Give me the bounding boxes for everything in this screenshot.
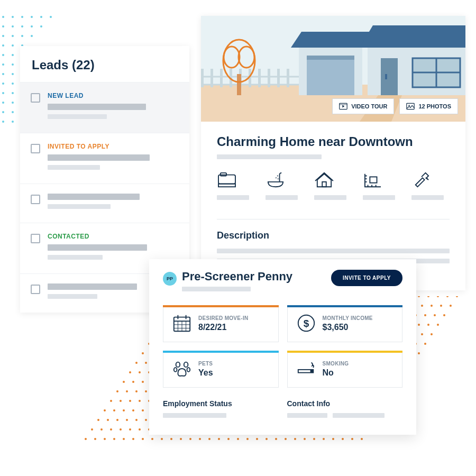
svg-point-14 <box>31 35 33 37</box>
svg-point-8 <box>21 25 23 28</box>
svg-rect-527 <box>287 69 289 87</box>
svg-point-29 <box>12 102 14 104</box>
lead-checkbox[interactable] <box>31 93 40 103</box>
info-move-in: DESIRED MOVE-IN 8/22/21 <box>163 305 279 342</box>
svg-point-60 <box>427 296 429 297</box>
lead-row-invited[interactable]: INVITED TO APPLY <box>20 133 189 184</box>
svg-point-304 <box>123 381 125 383</box>
bath-icon <box>266 172 286 189</box>
svg-point-15 <box>2 44 4 47</box>
employment-label: Employment Status <box>163 399 279 408</box>
svg-point-18 <box>2 54 4 56</box>
svg-point-513 <box>361 438 363 440</box>
svg-point-12 <box>12 35 14 37</box>
svg-point-485 <box>94 438 96 440</box>
svg-point-31 <box>12 111 14 113</box>
svg-point-25 <box>12 83 14 85</box>
lead-name: Pre-Screener Penny <box>182 270 326 283</box>
svg-point-428 <box>135 419 138 421</box>
svg-point-275 <box>139 371 141 373</box>
contact-label: Contact Info <box>287 399 403 408</box>
svg-rect-534 <box>307 56 354 95</box>
lead-row[interactable] <box>20 184 189 223</box>
svg-point-62 <box>446 296 448 297</box>
lead-status-contacted: CONTACTED <box>48 233 179 240</box>
svg-point-490 <box>142 438 144 440</box>
lead-row-new[interactable]: NEW LEAD <box>20 82 189 133</box>
info-income: $ MONTHLY INCOME $3,650 <box>287 305 403 342</box>
lead-detail-card: PP Pre-Screener Penny INVITE TO APPLY DE… <box>149 259 416 435</box>
invite-to-apply-button[interactable]: INVITE TO APPLY <box>331 270 402 286</box>
svg-point-153 <box>437 324 439 326</box>
svg-text:$: $ <box>303 318 309 329</box>
svg-point-1 <box>12 16 14 18</box>
svg-point-2 <box>21 16 23 18</box>
svg-point-182 <box>421 333 423 335</box>
svg-point-455 <box>100 428 103 431</box>
svg-rect-518 <box>201 69 204 87</box>
video-icon <box>339 103 347 110</box>
svg-point-214 <box>142 352 144 354</box>
listing-title: Charming Home near Downtown <box>217 134 450 149</box>
svg-point-21 <box>12 63 14 66</box>
ruler-icon <box>363 172 383 189</box>
svg-rect-525 <box>268 69 270 87</box>
svg-point-496 <box>199 438 201 440</box>
svg-point-500 <box>237 438 239 440</box>
svg-point-24 <box>2 83 4 85</box>
svg-point-497 <box>208 438 210 440</box>
svg-point-429 <box>145 419 147 421</box>
svg-point-6 <box>2 25 4 28</box>
svg-point-305 <box>132 381 134 383</box>
svg-point-395 <box>113 409 115 411</box>
svg-point-33 <box>12 121 14 123</box>
svg-point-427 <box>126 419 128 421</box>
svg-point-554 <box>276 177 277 178</box>
svg-rect-526 <box>277 69 280 87</box>
svg-point-22 <box>2 73 4 75</box>
svg-point-503 <box>266 438 268 440</box>
svg-point-337 <box>145 390 147 392</box>
svg-point-511 <box>342 438 344 440</box>
svg-point-495 <box>189 438 191 440</box>
svg-rect-520 <box>220 69 223 87</box>
svg-point-26 <box>2 92 4 94</box>
leads-title: Leads (22) <box>20 46 189 82</box>
svg-point-426 <box>116 419 118 421</box>
svg-point-457 <box>120 428 122 431</box>
lead-checkbox[interactable] <box>31 144 40 153</box>
svg-point-244 <box>135 362 138 364</box>
lead-checkbox[interactable] <box>31 285 40 294</box>
svg-point-0 <box>2 16 4 18</box>
svg-point-27 <box>12 92 14 94</box>
listing-panel: VIDEO TOUR 12 PHOTOS Charming Home near … <box>201 16 465 290</box>
svg-marker-546 <box>343 105 345 108</box>
svg-point-122 <box>434 314 436 316</box>
svg-point-61 <box>437 296 439 297</box>
svg-rect-539 <box>385 74 387 79</box>
lead-status-new: NEW LEAD <box>48 92 179 99</box>
feature-type <box>314 172 352 204</box>
lead-status-invited: INVITED TO APPLY <box>48 143 179 150</box>
svg-rect-519 <box>210 69 213 87</box>
svg-point-365 <box>120 400 122 402</box>
svg-point-152 <box>427 324 429 326</box>
lead-checkbox[interactable] <box>31 234 40 243</box>
svg-rect-556 <box>322 182 326 187</box>
svg-rect-538 <box>381 58 398 95</box>
svg-point-364 <box>110 400 112 402</box>
svg-point-501 <box>246 438 249 440</box>
svg-point-59 <box>418 296 420 297</box>
svg-point-335 <box>126 390 128 392</box>
video-tour-button[interactable]: VIDEO TOUR <box>332 98 394 114</box>
svg-point-20 <box>2 63 4 66</box>
svg-rect-535 <box>307 56 354 60</box>
svg-point-394 <box>104 409 106 411</box>
svg-point-493 <box>170 438 172 440</box>
svg-rect-528 <box>237 74 241 95</box>
photos-button[interactable]: 12 PHOTOS <box>399 98 458 114</box>
lead-checkbox[interactable] <box>31 195 40 204</box>
svg-rect-557 <box>370 177 377 182</box>
svg-point-396 <box>123 409 125 411</box>
svg-point-30 <box>2 111 4 113</box>
